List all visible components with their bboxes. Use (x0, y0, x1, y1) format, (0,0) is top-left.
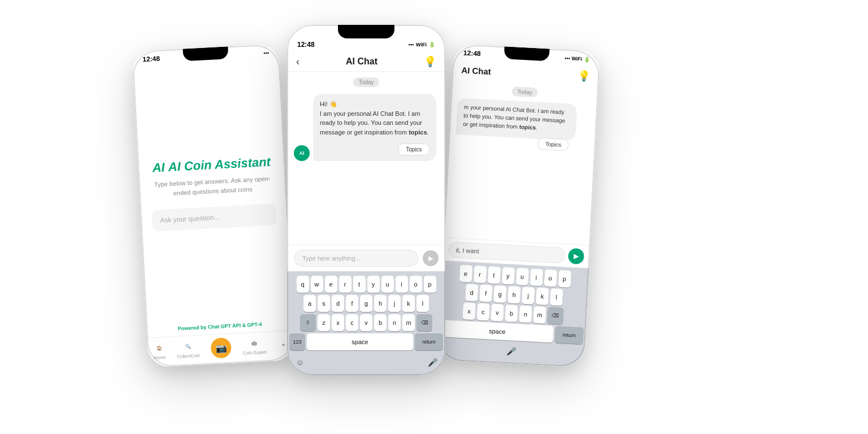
key-delete[interactable]: ⌫ (416, 314, 432, 331)
chat-title-right: AI Chat (461, 65, 491, 76)
nav-coinexpert[interactable]: 🤖 Coln Expert (242, 337, 267, 355)
right-key-o[interactable]: o (544, 270, 557, 287)
right-key-x[interactable]: x (462, 302, 476, 320)
key-u[interactable]: u (381, 276, 394, 293)
key-shift[interactable]: ⇧ (300, 314, 316, 331)
keyboard-bottom-row: ☺ 🎤 (289, 353, 443, 372)
scene: 12:48 ▪▪▪ AI AI Coin Assistant Type belo… (123, 14, 745, 420)
phone-center: 12:48 ▪▪▪ WiFi 🔋 ‹ AI Chat 💡 Today AI (287, 25, 445, 375)
key-i[interactable]: i (396, 276, 408, 293)
right-key-t[interactable]: t (487, 266, 501, 284)
date-badge-right: Today (511, 86, 539, 97)
chat-area-right: Today m your personal AI Chat Bot. I am … (444, 79, 598, 245)
key-space[interactable]: space (307, 333, 413, 350)
mic-key[interactable]: 🎤 (424, 354, 441, 371)
key-n[interactable]: n (388, 314, 401, 331)
key-q[interactable]: q (297, 276, 309, 293)
phone-right: 12:48 ▪▪▪ WiFi 🔋 AI Chat 💡 Today m your … (437, 44, 601, 368)
right-key-d[interactable]: d (465, 284, 479, 301)
send-button-right[interactable]: ▶ (568, 248, 584, 264)
right-key-k[interactable]: k (536, 288, 549, 305)
key-h[interactable]: h (374, 295, 387, 312)
topics-button-center[interactable]: Topics (398, 144, 429, 155)
right-key-b[interactable]: b (505, 305, 518, 322)
right-key-v[interactable]: v (491, 304, 504, 322)
key-return[interactable]: return (415, 333, 443, 350)
right-key-n[interactable]: n (519, 305, 532, 323)
coinexpert-icon: 🤖 (248, 337, 260, 349)
key-s[interactable]: s (318, 295, 330, 312)
bulb-icon-center[interactable]: 💡 (424, 55, 436, 68)
back-button[interactable]: ‹ (296, 56, 300, 68)
key-m[interactable]: m (402, 314, 415, 331)
key-z[interactable]: z (318, 314, 330, 331)
camera-icon: 📷 (210, 337, 232, 359)
chat-bubble-center: Hi! 👋I am your personal AI Chat Bot. I a… (313, 94, 436, 161)
nav-home[interactable]: 🏠 Home (153, 342, 166, 360)
chat-area-center: Today AI Hi! 👋I am your personal AI Chat… (287, 72, 445, 245)
chat-title-center: AI Chat (346, 57, 377, 67)
status-time-center: 12:48 (297, 41, 315, 49)
nav-collectcoin[interactable]: 🔍 CollectColn (176, 340, 200, 359)
key-c[interactable]: c (346, 314, 358, 331)
app-subtitle-left: Type below to get answers. Ask any open-… (150, 173, 275, 198)
key-v[interactable]: v (360, 314, 372, 331)
signal-bars-center: ▪▪▪ (409, 42, 414, 47)
right-key-e[interactable]: e (459, 265, 472, 283)
chat-bubble-right: m your personal AI Chat Bot. I am ready … (455, 98, 578, 141)
home-icon: 🏠 (153, 342, 165, 354)
right-key-l[interactable]: l (550, 288, 563, 306)
right-key-u[interactable]: u (515, 268, 529, 285)
right-key-m[interactable]: m (533, 306, 546, 324)
send-button-center[interactable]: ▶ (423, 250, 439, 266)
topics-button-right[interactable]: Topics (537, 138, 568, 151)
key-g[interactable]: g (360, 295, 372, 312)
key-o[interactable]: o (410, 276, 422, 293)
key-y[interactable]: y (367, 276, 380, 293)
bulb-icon-right[interactable]: 💡 (578, 70, 591, 83)
chat-text-center: Hi! 👋I am your personal AI Chat Bot. I a… (320, 99, 429, 137)
key-f[interactable]: f (346, 295, 358, 312)
right-key-h[interactable]: h (507, 286, 521, 303)
status-time-right: 12:48 (463, 49, 481, 58)
keyboard-row-4: 123 space return (289, 333, 443, 350)
key-p[interactable]: p (424, 276, 436, 293)
key-d[interactable]: d (332, 295, 344, 312)
key-k[interactable]: k (402, 295, 415, 312)
collectcoin-icon: 🔍 (182, 341, 194, 353)
key-t[interactable]: t (353, 276, 366, 293)
key-w[interactable]: w (311, 276, 323, 293)
key-b[interactable]: b (374, 314, 387, 331)
right-key-r[interactable]: r (473, 266, 487, 283)
key-j[interactable]: j (388, 295, 401, 312)
ask-input-left[interactable]: Ask your question... (151, 203, 277, 231)
send-icon-right: ▶ (574, 252, 579, 260)
chat-input-center[interactable]: Type here anything... (294, 250, 418, 267)
key-a[interactable]: a (303, 295, 316, 312)
right-key-f[interactable]: f (479, 285, 493, 302)
right-key-return[interactable]: return (554, 326, 584, 345)
right-key-delete[interactable]: ⌫ (547, 307, 564, 324)
keyboard-center: q w e r t y u i o p a s d f g h (287, 271, 445, 375)
nav-camera[interactable]: 📷 (210, 337, 232, 359)
right-key-i[interactable]: i (530, 268, 543, 286)
right-key-y[interactable]: y (501, 267, 515, 285)
notch-center (338, 25, 394, 38)
phone-left: 12:48 ▪▪▪ AI AI Coin Assistant Type belo… (132, 44, 296, 368)
right-key-j[interactable]: j (522, 287, 535, 305)
key-e[interactable]: e (325, 276, 337, 293)
key-123[interactable]: 123 (289, 333, 305, 350)
right-key-g[interactable]: g (493, 285, 507, 303)
keyboard-right: e r t y u i o p d f g h j k l (437, 261, 589, 367)
right-key-c[interactable]: c (476, 303, 490, 320)
right-key-p[interactable]: p (558, 270, 571, 288)
key-r[interactable]: r (339, 276, 351, 293)
chat-header-center: ‹ AI Chat 💡 (287, 51, 445, 72)
emoji-key[interactable]: ☺ (292, 354, 309, 371)
status-icons-right: ▪▪▪ WiFi 🔋 (565, 55, 590, 62)
mic-key-right[interactable]: 🎤 (502, 343, 520, 360)
chat-message-row: AI Hi! 👋I am your personal AI Chat Bot. … (294, 94, 439, 161)
key-l[interactable]: l (416, 295, 429, 312)
chat-input-right[interactable]: it, I want (448, 242, 565, 264)
key-x[interactable]: x (332, 314, 344, 331)
